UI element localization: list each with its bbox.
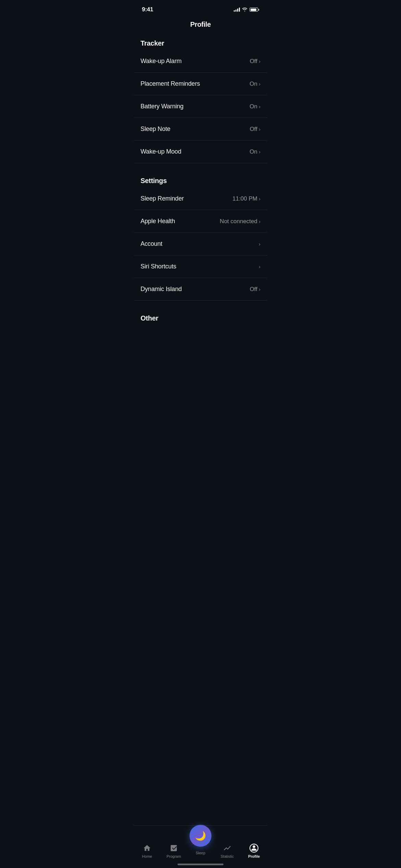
- battery-warning-chevron-icon: ›: [259, 104, 260, 109]
- wifi-icon: [242, 7, 247, 12]
- wake-up-alarm-value: Off ›: [250, 58, 260, 65]
- sleep-note-item[interactable]: Sleep Note Off ›: [134, 118, 267, 141]
- apple-health-value: Not connected ›: [220, 218, 260, 225]
- battery-warning-value: On ›: [250, 103, 260, 110]
- wake-up-mood-label: Wake-up Mood: [141, 148, 181, 155]
- siri-shortcuts-chevron-icon: ›: [259, 264, 260, 269]
- content-area: Tracker Wake-up Alarm Off › Placement Re…: [134, 35, 267, 359]
- account-label: Account: [141, 240, 162, 248]
- settings-section-header: Settings: [134, 173, 267, 188]
- sleep-reminder-value: 11:00 PM ›: [232, 195, 260, 202]
- status-time: 9:41: [142, 6, 153, 13]
- wake-up-mood-item[interactable]: Wake-up Mood On ›: [134, 141, 267, 163]
- account-value: ›: [259, 241, 260, 247]
- wake-up-mood-value: On ›: [250, 148, 260, 155]
- page-title: Profile: [134, 17, 267, 35]
- apple-health-item[interactable]: Apple Health Not connected ›: [134, 210, 267, 233]
- dynamic-island-label: Dynamic Island: [141, 286, 182, 293]
- wake-up-alarm-chevron-icon: ›: [259, 58, 260, 64]
- other-section-header: Other: [134, 310, 267, 325]
- placement-reminders-item[interactable]: Placement Reminders On ›: [134, 73, 267, 95]
- sleep-reminder-item[interactable]: Sleep Reminder 11:00 PM ›: [134, 188, 267, 210]
- sleep-note-label: Sleep Note: [141, 125, 170, 133]
- dynamic-island-value: Off ›: [250, 286, 260, 293]
- wake-up-alarm-item[interactable]: Wake-up Alarm Off ›: [134, 50, 267, 73]
- siri-shortcuts-value: ›: [259, 264, 260, 269]
- sleep-reminder-label: Sleep Reminder: [141, 195, 184, 202]
- status-icons: [234, 7, 259, 12]
- account-item[interactable]: Account ›: [134, 233, 267, 255]
- dynamic-island-item[interactable]: Dynamic Island Off ›: [134, 278, 267, 301]
- siri-shortcuts-item[interactable]: Siri Shortcuts ›: [134, 255, 267, 278]
- battery-icon: [250, 8, 259, 12]
- apple-health-chevron-icon: ›: [259, 218, 260, 224]
- sleep-note-value: Off ›: [250, 126, 260, 133]
- tracker-section-header: Tracker: [134, 35, 267, 50]
- placement-reminders-chevron-icon: ›: [259, 81, 260, 87]
- dynamic-island-chevron-icon: ›: [259, 286, 260, 292]
- battery-warning-label: Battery Warning: [141, 103, 183, 110]
- wake-up-mood-chevron-icon: ›: [259, 149, 260, 155]
- siri-shortcuts-label: Siri Shortcuts: [141, 263, 176, 270]
- status-bar: 9:41: [134, 0, 267, 17]
- battery-warning-item[interactable]: Battery Warning On ›: [134, 95, 267, 118]
- placement-reminders-value: On ›: [250, 81, 260, 87]
- placement-reminders-label: Placement Reminders: [141, 80, 200, 87]
- apple-health-label: Apple Health: [141, 218, 175, 225]
- sleep-reminder-chevron-icon: ›: [259, 196, 260, 202]
- account-chevron-icon: ›: [259, 241, 260, 247]
- wake-up-alarm-label: Wake-up Alarm: [141, 58, 182, 65]
- sleep-note-chevron-icon: ›: [259, 126, 260, 132]
- signal-bars-icon: [234, 8, 240, 12]
